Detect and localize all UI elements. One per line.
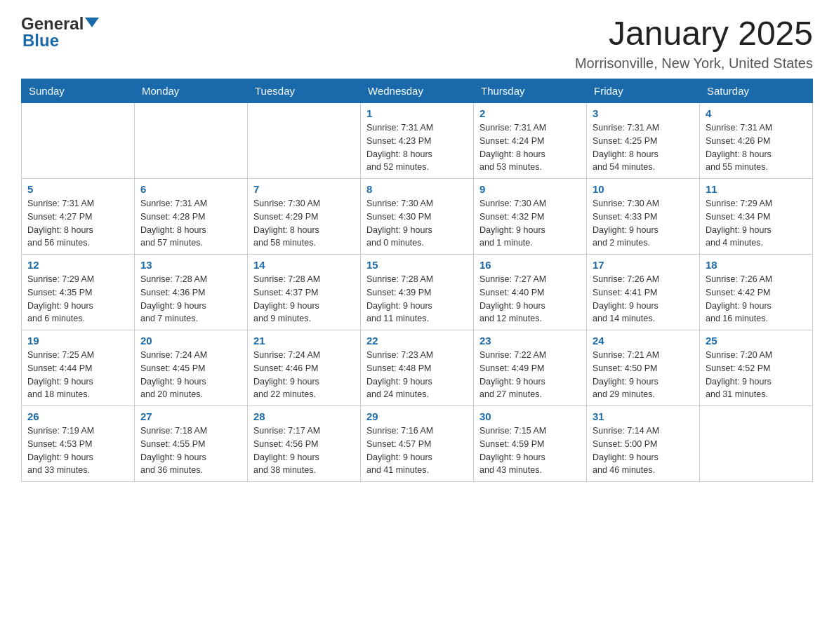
day-info: Sunrise: 7:29 AM Sunset: 4:34 PM Dayligh… bbox=[706, 197, 807, 250]
day-number: 31 bbox=[593, 410, 694, 422]
calendar-cell: 11Sunrise: 7:29 AM Sunset: 4:34 PM Dayli… bbox=[700, 179, 813, 255]
logo-arrow-icon bbox=[85, 18, 99, 27]
day-number: 20 bbox=[140, 335, 241, 347]
calendar-week-1: 1Sunrise: 7:31 AM Sunset: 4:23 PM Daylig… bbox=[22, 103, 813, 179]
day-info: Sunrise: 7:20 AM Sunset: 4:52 PM Dayligh… bbox=[706, 349, 807, 401]
day-number: 6 bbox=[140, 183, 241, 195]
calendar-cell: 8Sunrise: 7:30 AM Sunset: 4:30 PM Daylig… bbox=[361, 179, 474, 255]
calendar-cell: 30Sunrise: 7:15 AM Sunset: 4:59 PM Dayli… bbox=[474, 406, 587, 482]
day-number: 1 bbox=[366, 107, 468, 119]
calendar-cell: 14Sunrise: 7:28 AM Sunset: 4:37 PM Dayli… bbox=[248, 255, 361, 330]
calendar-cell: 10Sunrise: 7:30 AM Sunset: 4:33 PM Dayli… bbox=[587, 179, 700, 255]
day-number: 4 bbox=[706, 107, 807, 119]
day-number: 8 bbox=[366, 183, 468, 195]
day-number: 23 bbox=[479, 335, 581, 347]
day-info: Sunrise: 7:31 AM Sunset: 4:27 PM Dayligh… bbox=[27, 197, 128, 250]
day-number: 7 bbox=[253, 183, 355, 195]
calendar-cell: 3Sunrise: 7:31 AM Sunset: 4:25 PM Daylig… bbox=[587, 103, 700, 179]
calendar-week-5: 26Sunrise: 7:19 AM Sunset: 4:53 PM Dayli… bbox=[22, 406, 813, 482]
day-number: 10 bbox=[593, 183, 694, 195]
day-info: Sunrise: 7:28 AM Sunset: 4:37 PM Dayligh… bbox=[253, 273, 355, 326]
day-number: 28 bbox=[253, 410, 355, 422]
day-number: 12 bbox=[27, 259, 128, 271]
day-number: 5 bbox=[27, 183, 128, 195]
logo: General Blue bbox=[21, 14, 99, 51]
day-number: 25 bbox=[706, 335, 807, 347]
month-title: January 2025 bbox=[575, 14, 813, 53]
calendar-cell: 23Sunrise: 7:22 AM Sunset: 4:49 PM Dayli… bbox=[474, 330, 587, 406]
calendar-header-friday: Friday bbox=[587, 79, 700, 103]
calendar-header-sunday: Sunday bbox=[22, 79, 135, 103]
calendar-header-saturday: Saturday bbox=[700, 79, 813, 103]
calendar-cell bbox=[135, 103, 248, 179]
calendar-cell: 6Sunrise: 7:31 AM Sunset: 4:28 PM Daylig… bbox=[135, 179, 248, 255]
day-info: Sunrise: 7:21 AM Sunset: 4:50 PM Dayligh… bbox=[593, 349, 694, 401]
calendar-cell: 12Sunrise: 7:29 AM Sunset: 4:35 PM Dayli… bbox=[22, 255, 135, 330]
day-info: Sunrise: 7:30 AM Sunset: 4:29 PM Dayligh… bbox=[253, 197, 355, 250]
day-info: Sunrise: 7:28 AM Sunset: 4:39 PM Dayligh… bbox=[366, 273, 468, 326]
calendar-header-wednesday: Wednesday bbox=[361, 79, 474, 103]
day-info: Sunrise: 7:31 AM Sunset: 4:25 PM Dayligh… bbox=[593, 121, 694, 174]
day-info: Sunrise: 7:22 AM Sunset: 4:49 PM Dayligh… bbox=[479, 349, 581, 401]
day-number: 26 bbox=[27, 410, 128, 422]
calendar-cell: 5Sunrise: 7:31 AM Sunset: 4:27 PM Daylig… bbox=[22, 179, 135, 255]
calendar-header-thursday: Thursday bbox=[474, 79, 587, 103]
day-info: Sunrise: 7:25 AM Sunset: 4:44 PM Dayligh… bbox=[27, 349, 128, 401]
day-info: Sunrise: 7:19 AM Sunset: 4:53 PM Dayligh… bbox=[27, 424, 128, 477]
calendar-cell bbox=[22, 103, 135, 179]
calendar-cell bbox=[248, 103, 361, 179]
day-info: Sunrise: 7:31 AM Sunset: 4:23 PM Dayligh… bbox=[366, 121, 468, 174]
day-number: 22 bbox=[366, 335, 468, 347]
day-info: Sunrise: 7:14 AM Sunset: 5:00 PM Dayligh… bbox=[593, 424, 694, 477]
day-number: 29 bbox=[366, 410, 468, 422]
title-block: January 2025 Morrisonville, New York, Un… bbox=[575, 14, 813, 72]
day-info: Sunrise: 7:30 AM Sunset: 4:33 PM Dayligh… bbox=[593, 197, 694, 250]
location-subtitle: Morrisonville, New York, United States bbox=[575, 55, 813, 72]
day-number: 2 bbox=[479, 107, 581, 119]
day-number: 14 bbox=[253, 259, 355, 271]
day-info: Sunrise: 7:15 AM Sunset: 4:59 PM Dayligh… bbox=[479, 424, 581, 477]
day-info: Sunrise: 7:30 AM Sunset: 4:30 PM Dayligh… bbox=[366, 197, 468, 250]
day-number: 21 bbox=[253, 335, 355, 347]
day-info: Sunrise: 7:26 AM Sunset: 4:41 PM Dayligh… bbox=[593, 273, 694, 326]
day-number: 11 bbox=[706, 183, 807, 195]
day-number: 17 bbox=[593, 259, 694, 271]
calendar-cell: 20Sunrise: 7:24 AM Sunset: 4:45 PM Dayli… bbox=[135, 330, 248, 406]
calendar-cell: 31Sunrise: 7:14 AM Sunset: 5:00 PM Dayli… bbox=[587, 406, 700, 482]
day-number: 27 bbox=[140, 410, 241, 422]
calendar-cell: 7Sunrise: 7:30 AM Sunset: 4:29 PM Daylig… bbox=[248, 179, 361, 255]
calendar-cell: 25Sunrise: 7:20 AM Sunset: 4:52 PM Dayli… bbox=[700, 330, 813, 406]
calendar-cell: 28Sunrise: 7:17 AM Sunset: 4:56 PM Dayli… bbox=[248, 406, 361, 482]
day-info: Sunrise: 7:30 AM Sunset: 4:32 PM Dayligh… bbox=[479, 197, 581, 250]
page-header: General Blue January 2025 Morrisonville,… bbox=[21, 14, 813, 72]
calendar-cell: 21Sunrise: 7:24 AM Sunset: 4:46 PM Dayli… bbox=[248, 330, 361, 406]
calendar-cell: 17Sunrise: 7:26 AM Sunset: 4:41 PM Dayli… bbox=[587, 255, 700, 330]
calendar-week-4: 19Sunrise: 7:25 AM Sunset: 4:44 PM Dayli… bbox=[22, 330, 813, 406]
calendar-cell: 27Sunrise: 7:18 AM Sunset: 4:55 PM Dayli… bbox=[135, 406, 248, 482]
day-info: Sunrise: 7:24 AM Sunset: 4:45 PM Dayligh… bbox=[140, 349, 241, 401]
calendar-cell: 29Sunrise: 7:16 AM Sunset: 4:57 PM Dayli… bbox=[361, 406, 474, 482]
day-info: Sunrise: 7:29 AM Sunset: 4:35 PM Dayligh… bbox=[27, 273, 128, 326]
day-info: Sunrise: 7:27 AM Sunset: 4:40 PM Dayligh… bbox=[479, 273, 581, 326]
day-number: 9 bbox=[479, 183, 581, 195]
day-number: 19 bbox=[27, 335, 128, 347]
calendar-cell bbox=[700, 406, 813, 482]
day-number: 3 bbox=[593, 107, 694, 119]
day-number: 13 bbox=[140, 259, 241, 271]
calendar-header-monday: Monday bbox=[135, 79, 248, 103]
calendar-header-tuesday: Tuesday bbox=[248, 79, 361, 103]
calendar-cell: 9Sunrise: 7:30 AM Sunset: 4:32 PM Daylig… bbox=[474, 179, 587, 255]
calendar-cell: 2Sunrise: 7:31 AM Sunset: 4:24 PM Daylig… bbox=[474, 103, 587, 179]
calendar-table: SundayMondayTuesdayWednesdayThursdayFrid… bbox=[21, 79, 813, 482]
day-info: Sunrise: 7:23 AM Sunset: 4:48 PM Dayligh… bbox=[366, 349, 468, 401]
day-info: Sunrise: 7:31 AM Sunset: 4:24 PM Dayligh… bbox=[479, 121, 581, 174]
calendar-cell: 26Sunrise: 7:19 AM Sunset: 4:53 PM Dayli… bbox=[22, 406, 135, 482]
day-info: Sunrise: 7:17 AM Sunset: 4:56 PM Dayligh… bbox=[253, 424, 355, 477]
day-info: Sunrise: 7:18 AM Sunset: 4:55 PM Dayligh… bbox=[140, 424, 241, 477]
day-info: Sunrise: 7:26 AM Sunset: 4:42 PM Dayligh… bbox=[706, 273, 807, 326]
calendar-cell: 15Sunrise: 7:28 AM Sunset: 4:39 PM Dayli… bbox=[361, 255, 474, 330]
calendar-week-3: 12Sunrise: 7:29 AM Sunset: 4:35 PM Dayli… bbox=[22, 255, 813, 330]
calendar-cell: 18Sunrise: 7:26 AM Sunset: 4:42 PM Dayli… bbox=[700, 255, 813, 330]
day-info: Sunrise: 7:31 AM Sunset: 4:26 PM Dayligh… bbox=[706, 121, 807, 174]
logo-blue-text: Blue bbox=[21, 31, 59, 51]
